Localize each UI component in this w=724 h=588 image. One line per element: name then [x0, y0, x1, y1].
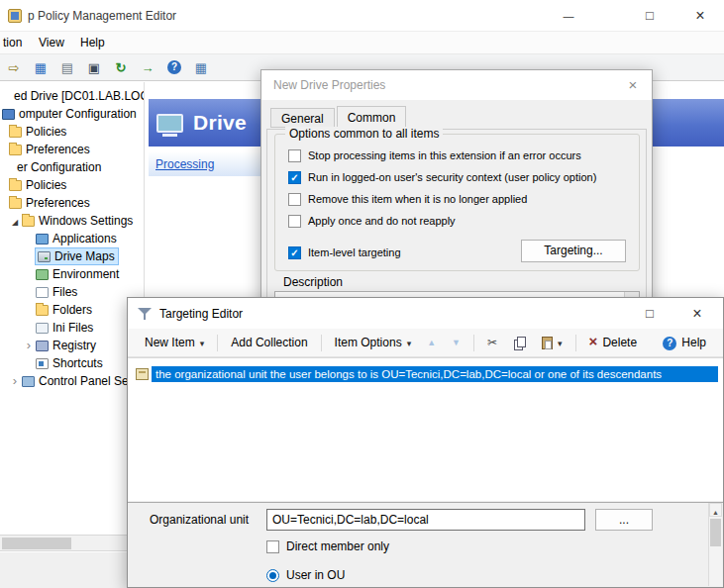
ini-file-icon [36, 323, 49, 334]
delete-button[interactable]: Delete [582, 333, 644, 352]
user-in-ou-option[interactable]: User in OU [266, 568, 345, 582]
option-remove-when-not-applied[interactable]: Remove this item when it is no longer ap… [288, 191, 527, 207]
add-collection-button[interactable]: Add Collection [224, 333, 314, 352]
console-window-icon[interactable] [31, 57, 51, 77]
chevron-down-icon [558, 336, 563, 349]
menu-action[interactable]: tion [0, 32, 25, 53]
tree-item-mapped-drive[interactable]: ed Drive [DC01.LAB.LOCA [0, 87, 145, 105]
targeting-toolbar: New Item Add Collection Item Options [128, 329, 723, 357]
option-item-level-targeting[interactable]: Item-level targeting [288, 245, 401, 260]
folder-icon [22, 216, 35, 227]
close-button[interactable] [677, 0, 723, 32]
item-options-button[interactable]: Item Options [328, 333, 419, 352]
tree-horizontal-scrollbar[interactable] [0, 535, 145, 551]
radio-button[interactable] [266, 569, 279, 582]
scrollbar-thumb[interactable] [2, 538, 71, 549]
folder-icon [36, 305, 49, 316]
tree-item-preferences[interactable]: Preferences [0, 141, 145, 158]
tab-common[interactable]: Common [337, 106, 407, 129]
tree-item-preferences-user[interactable]: Preferences [0, 194, 145, 212]
printer-icon[interactable] [84, 57, 104, 77]
screen: p Policy Management Editor tion View Hel… [0, 0, 724, 588]
tree-item-folders[interactable]: Folders [0, 301, 145, 319]
detail-scrollbar[interactable] [708, 503, 722, 586]
shortcut-icon [36, 358, 49, 369]
organizational-unit-input[interactable] [266, 509, 585, 531]
scrollbar-thumb[interactable] [710, 519, 721, 546]
checkbox[interactable] [288, 171, 301, 184]
funnel-icon [138, 307, 152, 321]
maximize-icon[interactable] [628, 298, 672, 329]
environment-icon [36, 269, 49, 280]
tree-item-files[interactable]: Files [0, 283, 145, 301]
tree-item-policies[interactable]: Policies [0, 123, 145, 141]
option-stop-processing[interactable]: Stop processing items in this extension … [288, 147, 581, 163]
tree-item-user-configuration[interactable]: er Configuration [0, 158, 145, 176]
targeting-editor-dialog: Targeting Editor New Item Add Collection… [127, 297, 724, 588]
export-list-icon[interactable] [138, 57, 157, 77]
tree-item-computer-configuration[interactable]: omputer Configuration [0, 105, 145, 123]
tree-item-ini-files[interactable]: Ini Files [0, 319, 145, 337]
tree-item-policies-user[interactable]: Policies [0, 176, 145, 194]
copy-button[interactable] [506, 334, 533, 352]
move-up-button[interactable] [420, 335, 443, 350]
help-icon[interactable] [164, 57, 184, 77]
tree-selection: Drive Maps [36, 248, 118, 264]
processing-link[interactable]: Processing [155, 157, 214, 171]
paste-button[interactable] [535, 333, 569, 352]
tree-item-shortcuts[interactable]: Shortcuts [0, 354, 145, 372]
copy-icon [513, 337, 526, 349]
navigate-icon[interactable] [4, 57, 24, 77]
applications-icon [36, 234, 49, 245]
close-icon[interactable] [616, 70, 650, 100]
tree-item-drive-maps[interactable]: Drive Maps [0, 247, 145, 265]
option-run-in-user-context[interactable]: Run in logged-on user's security context… [288, 169, 596, 185]
targeting-item-row[interactable]: the organizational unit the user belongs… [136, 365, 718, 383]
browse-button[interactable]: ... [595, 509, 653, 531]
table-icon[interactable] [191, 57, 211, 77]
option-apply-once[interactable]: Apply once and do not reapply [288, 213, 456, 229]
checkbox[interactable] [266, 540, 279, 553]
main-window-titlebar: p Policy Management Editor [0, 0, 724, 32]
toolbar-separator [217, 335, 218, 351]
tree-item-applications[interactable]: Applications [0, 230, 145, 247]
tree-item-environment[interactable]: Environment [0, 265, 145, 283]
expander-closed-icon[interactable] [8, 374, 22, 388]
move-down-button[interactable] [445, 335, 467, 350]
tab-general[interactable]: General [270, 108, 335, 128]
tree-item-windows-settings[interactable]: Windows Settings [0, 212, 145, 230]
direct-member-only-option[interactable]: Direct member only [266, 539, 389, 553]
close-icon[interactable] [675, 298, 719, 329]
clipboard-icon[interactable] [57, 57, 77, 77]
chevron-down-icon [200, 336, 205, 349]
tree-item-control-panel-settings[interactable]: Control Panel Sett [0, 372, 145, 390]
menu-view[interactable]: View [36, 32, 67, 53]
menu-help[interactable]: Help [77, 32, 108, 53]
help-button[interactable]: Help [656, 333, 713, 353]
expander-open-icon[interactable] [8, 214, 22, 228]
new-item-button[interactable]: New Item [138, 333, 211, 352]
app-icon [8, 9, 22, 23]
checkbox[interactable] [288, 149, 301, 162]
dialog-titlebar: New Drive Properties [261, 70, 652, 100]
checkbox[interactable] [288, 215, 301, 228]
refresh-icon[interactable] [111, 57, 131, 77]
toolbar-separator [575, 335, 576, 351]
cut-button[interactable] [480, 333, 504, 352]
dialog-title: Targeting Editor [159, 307, 243, 321]
window-bottom-area [0, 552, 145, 588]
checkbox[interactable] [288, 246, 301, 259]
scroll-up-icon[interactable] [709, 503, 722, 517]
group-title: Options common to all items [285, 127, 443, 141]
targeting-item-icon [136, 368, 149, 380]
processing-section[interactable]: Processing [149, 151, 260, 176]
folder-icon [9, 180, 22, 191]
paste-icon [542, 337, 553, 349]
maximize-button[interactable] [629, 0, 671, 32]
targeting-button[interactable]: Targeting... [521, 240, 626, 262]
checkbox[interactable] [288, 193, 301, 206]
tree-item-registry[interactable]: Registry [0, 337, 145, 354]
targeting-item-text: the organizational unit the user belongs… [152, 366, 718, 382]
minimize-button[interactable] [548, 0, 589, 32]
expander-closed-icon[interactable] [22, 339, 36, 352]
